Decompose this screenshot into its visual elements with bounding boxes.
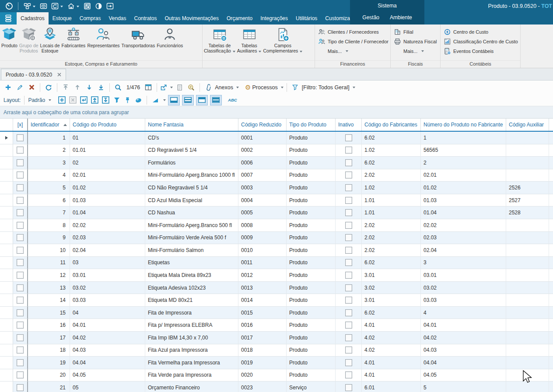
cell-inativo[interactable] (336, 182, 362, 194)
cell-numero-do-produto-no-fabricante[interactable]: 2 (421, 157, 506, 169)
cell-codigo-do-produto[interactable]: 01.01 (70, 144, 145, 157)
cell-codigo-do-fabricantes[interactable]: 3.02 (362, 282, 421, 294)
tabelas-auxiliares-button[interactable]: TabelasAuxiliares (236, 26, 262, 54)
cell-codigo-do-produto[interactable]: 01.04 (70, 206, 145, 219)
cell-codigo-auxiliar[interactable] (506, 157, 549, 169)
columns-view-button[interactable] (143, 82, 154, 93)
cell-inativo[interactable] (336, 157, 362, 169)
layout-panel-rows-button[interactable] (210, 95, 222, 105)
cell-codigo-do-fabricantes[interactable]: 1.01 (362, 194, 421, 207)
cell-codigo-do-fabricantes[interactable]: 2.02 (362, 232, 421, 245)
cell-tipo-do-produto[interactable]: Serviço (287, 382, 336, 392)
table-row[interactable]: 201.01CD Regravável 5 1/40002Produto1.02… (0, 144, 553, 157)
row-select-cell[interactable] (13, 369, 28, 382)
cell-codigo-do-fabricantes[interactable]: 2.02 (362, 169, 421, 182)
groupby-bar[interactable]: Arraste aqui o cabeçalho de uma coluna p… (0, 106, 553, 119)
cell-tipo-do-produto[interactable]: Produto (287, 244, 336, 257)
layout-import-button[interactable] (101, 95, 110, 105)
cell-inativo[interactable] (336, 357, 362, 369)
cell-numero-do-produto-no-fabricante[interactable]: 01.02 (421, 182, 506, 194)
cell-identificador[interactable]: 5 (28, 182, 70, 194)
cell-codigo-do-fabricantes[interactable]: 6.02 (362, 157, 421, 169)
cell-tipo-do-produto[interactable]: Produto (287, 232, 336, 245)
cell-codigo-do-fabricantes[interactable]: 4.01 (362, 357, 421, 369)
cell-identificador[interactable]: 6 (28, 194, 70, 207)
cell-tipo-do-produto[interactable]: Produto (287, 307, 336, 319)
cell-inativo[interactable] (336, 219, 362, 232)
cell-nome-fantasia[interactable]: CD's (145, 132, 238, 144)
theme-contrast-icon[interactable] (93, 1, 104, 11)
column-header-nome-fantasia[interactable]: Nome Fantasia (145, 119, 238, 131)
chevron-down-icon[interactable] (281, 87, 284, 88)
cell-codigo-auxiliar[interactable]: 2526 (506, 182, 549, 194)
row-select-cell[interactable] (13, 282, 28, 294)
refresh-button[interactable] (43, 82, 54, 93)
cell-codigo-do-fabricantes[interactable]: 2.02 (362, 219, 421, 232)
row-select-cell[interactable] (13, 169, 28, 182)
row-select-checkbox[interactable] (17, 147, 24, 154)
menu-tab-vendas[interactable]: Vendas (105, 12, 130, 24)
search-button[interactable] (113, 82, 123, 93)
cell-codigo-do-produto[interactable]: 05 (70, 382, 145, 392)
cell-inativo[interactable] (336, 294, 362, 307)
centro-de-custo-button[interactable]: Centro de Custo (443, 27, 488, 36)
inativo-checkbox[interactable] (345, 334, 352, 341)
cell-codigo-do-produto[interactable]: 01 (70, 132, 145, 144)
column-header-numero-do-produto-no-fabricante[interactable]: Número do Produto no Fabricante (421, 119, 506, 131)
row-select-checkbox[interactable] (17, 259, 24, 266)
cell-nome-fantasia[interactable]: Fita p/ Impressora ELEBRA (145, 319, 238, 332)
cell-codigo-reduzido[interactable]: 0014 (238, 294, 287, 307)
row-select-checkbox[interactable] (17, 222, 24, 229)
campos-complementares-button[interactable]: CamposComplementares (262, 26, 303, 54)
row-select-checkbox[interactable] (17, 284, 24, 291)
cell-codigo-do-produto[interactable]: 04.05 (70, 369, 145, 382)
layout-panel-bottom-button[interactable] (168, 95, 180, 105)
cell-identificador[interactable]: 16 (28, 319, 70, 332)
cell-numero-do-produto-no-fabricante[interactable]: 01.04 (421, 206, 506, 219)
cell-tipo-do-produto[interactable]: Produto (287, 369, 336, 382)
cell-tipo-do-produto[interactable]: Produto (287, 344, 336, 357)
fabricantes-button[interactable]: Fabricantes (61, 26, 87, 49)
layout-export-button[interactable] (90, 95, 99, 105)
menu-tab-orcamento[interactable]: Orçamento (223, 12, 256, 24)
cell-codigo-auxiliar[interactable] (506, 169, 549, 182)
cell-codigo-reduzido[interactable]: 0012 (238, 269, 287, 282)
cell-codigo-auxiliar[interactable] (506, 132, 549, 144)
cell-codigo-do-produto[interactable]: 01.03 (70, 194, 145, 207)
row-select-cell[interactable] (13, 257, 28, 270)
document-tab-produto[interactable]: Produto - 03.9.0520 (1, 69, 66, 80)
ellipse-shape-icon[interactable] (134, 95, 143, 105)
table-row[interactable]: 902.03Mini-Formuláiro Verde Areia 500 f0… (0, 232, 553, 245)
table-row[interactable]: 1504Fita de Impressora0015Produto6.024 (0, 307, 553, 319)
cell-nome-fantasia[interactable]: Etiqueta Mala Direta 89x23 (145, 269, 238, 282)
cell-numero-do-produto-no-fabricante[interactable]: 04.02 (421, 332, 506, 344)
cell-tipo-do-produto[interactable]: Produto (287, 319, 336, 332)
inativo-checkbox[interactable] (345, 172, 352, 178)
cell-codigo-auxiliar[interactable] (506, 144, 549, 157)
row-select-cell[interactable] (13, 332, 28, 344)
chevron-down-icon[interactable] (353, 87, 355, 88)
cell-codigo-auxiliar[interactable]: 2528 (506, 206, 549, 219)
eventos-contabeis-button[interactable]: Eventos Contábeis (443, 46, 494, 56)
next-record-button[interactable] (84, 82, 94, 93)
inativo-checkbox[interactable] (345, 134, 352, 141)
cell-tipo-do-produto[interactable]: Produto (287, 194, 336, 207)
cell-codigo-reduzido[interactable]: 0013 (238, 282, 287, 294)
cell-identificador[interactable]: 21 (28, 382, 70, 392)
inativo-checkbox[interactable] (345, 159, 352, 166)
cell-codigo-reduzido[interactable]: 0003 (238, 182, 287, 194)
mais-financeiros-button[interactable]: Mais... (318, 46, 348, 56)
chevron-down-icon[interactable] (49, 99, 51, 101)
cell-nome-fantasia[interactable]: Mini-Formulário Aperg.Branco 500 fl (145, 219, 238, 232)
cell-inativo[interactable] (336, 319, 362, 332)
row-select-cell[interactable] (13, 344, 28, 357)
cell-tipo-do-produto[interactable]: Produto (287, 332, 336, 344)
transportadoras-button[interactable]: Transportadoras (121, 26, 156, 49)
inativo-checkbox[interactable] (345, 359, 352, 366)
cell-codigo-reduzido[interactable]: 0020 (238, 369, 287, 382)
table-row[interactable]: 1002.04Mini-Formulário Salmon0010Produto… (0, 244, 553, 257)
locais-de-estoque-button[interactable]: Locais deEstoque (39, 26, 61, 54)
cell-codigo-reduzido[interactable]: 0007 (238, 169, 287, 182)
row-select-cell[interactable] (13, 294, 28, 307)
cell-identificador[interactable]: 2 (28, 144, 70, 157)
